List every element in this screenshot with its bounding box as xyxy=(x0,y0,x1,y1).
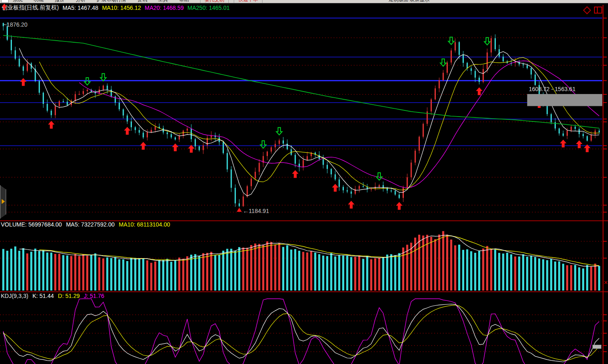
buy-signal-arrow xyxy=(124,127,131,135)
volume-bars xyxy=(2,231,601,291)
sell-signal-arrow xyxy=(276,128,282,135)
right-axis-border xyxy=(603,5,603,364)
range-label: 1608.72 - 1563.61 xyxy=(529,86,576,92)
buy-signal-arrow xyxy=(576,140,583,148)
volume-value: VOLUME: 56997684.00 xyxy=(1,221,62,228)
panel-divider xyxy=(0,291,608,292)
kdj-lines xyxy=(3,299,599,364)
volume-header: VOLUME: 56997684.00 MA5: 73227592.00 MA1… xyxy=(1,221,170,228)
buy-signal-arrow xyxy=(396,202,403,210)
grid-lines xyxy=(0,18,602,352)
volume-ma5-value: MA5: 73227592.00 xyxy=(66,221,115,228)
sell-signal-arrow xyxy=(100,73,106,81)
low-marker-triangle xyxy=(237,208,242,212)
kdj-header: KDJ(9,3,3) K: 51.44 D: 51.29 J: 51.76 xyxy=(1,293,104,299)
low-price-label: ←1184.91 xyxy=(243,208,269,214)
split-window-icon[interactable] xyxy=(594,7,602,14)
sell-signal-arrow xyxy=(484,37,490,45)
kdj-label: KDJ(9,3,3) xyxy=(1,293,28,299)
ma-lines xyxy=(3,35,599,196)
left-drawer-handle[interactable] xyxy=(0,185,6,219)
kdj-k-value: K: 51.44 xyxy=(32,293,54,299)
buy-signal-arrow xyxy=(560,140,567,147)
ma5-value: MA5: 1467.48 xyxy=(62,5,98,11)
ma250-value: MA250: 1465.01 xyxy=(187,5,230,11)
ma10-value: MA10: 1456.12 xyxy=(102,5,141,11)
expand-right-icon xyxy=(2,199,5,204)
buy-signal-arrow xyxy=(348,201,355,208)
buy-signal-arrow xyxy=(20,78,27,86)
high-price-label: ~1876.20 xyxy=(3,21,28,28)
buy-signal-arrow-icon xyxy=(2,4,7,10)
volume-ma10-value: MA10: 68113104.00 xyxy=(119,221,170,228)
sell-signal-arrow xyxy=(376,173,382,180)
sell-signal-arrow xyxy=(260,141,266,148)
buy-signal-arrow xyxy=(292,170,299,178)
close-panel-icon[interactable]: ✕ xyxy=(603,279,608,286)
signal-markers xyxy=(20,37,591,210)
buy-signal-arrow xyxy=(332,184,339,192)
buy-signal-arrow xyxy=(476,87,482,95)
chart-header: 创业板指(日线.前复权) MA5: 1467.48 MA10: 1456.12 … xyxy=(2,4,230,12)
drag-handle[interactable] xyxy=(592,345,601,349)
kdj-j-value: J: 51.76 xyxy=(84,293,104,299)
diamond-icon[interactable] xyxy=(583,6,591,14)
ma20-value: MA20: 1468.59 xyxy=(145,5,184,11)
buy-signal-arrow xyxy=(188,145,195,153)
sell-signal-arrow xyxy=(448,37,454,45)
sell-signal-arrow xyxy=(84,78,90,85)
symbol-title: 创业板指(日线.前复权) xyxy=(2,4,59,11)
kdj-d-value: D: 51.29 xyxy=(58,293,80,299)
buy-signal-arrow xyxy=(172,144,179,151)
candles xyxy=(3,22,600,207)
selected-range-box xyxy=(527,94,602,106)
price-volume-kdj-chart[interactable]: ~1876.20←1184.911608.72 - 1563.61 xyxy=(0,0,608,364)
